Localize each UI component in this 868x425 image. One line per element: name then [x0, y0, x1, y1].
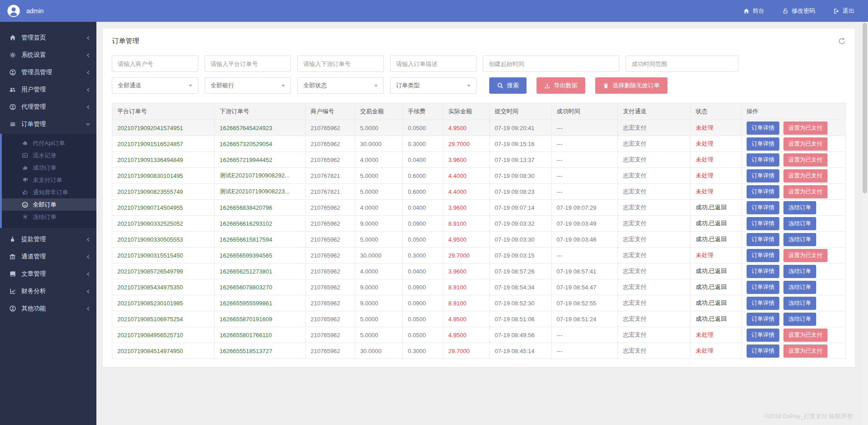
merchant-no-input[interactable] [112, 56, 198, 72]
submenu-item-unpaid-orders[interactable]: 未支付订单 [2, 174, 96, 186]
channel-select[interactable]: 全部通道 [112, 77, 198, 94]
order-detail-button[interactable]: 订单详情 [747, 313, 779, 326]
submenu-item-all-orders[interactable]: 全部订单 [2, 198, 96, 211]
submenu-item-api-orders[interactable]: 代付Api订单 [2, 137, 96, 149]
order-detail-button[interactable]: 订单详情 [747, 153, 779, 167]
fee: 0.3000 [403, 343, 443, 359]
sidebar-item-withdraw-management[interactable]: 提款管理 [0, 231, 96, 248]
pay-channel: 志宏支付 [618, 295, 691, 311]
sidebar-item-agent-management[interactable]: 代理管理 [0, 98, 96, 116]
create-time-input[interactable] [483, 56, 619, 72]
pay-channel: 志宏支付 [618, 216, 691, 232]
set-paid-button[interactable]: 设置为已支付 [783, 121, 828, 135]
actions-cell: 订单详情设置为已支付 [742, 168, 846, 184]
search-button-label: 搜索 [507, 81, 519, 90]
downstream-order-no: 1626655801766110 [215, 327, 306, 343]
export-data-button[interactable]: 导出数据 [537, 77, 585, 94]
pay-channel: 志宏支付 [618, 311, 691, 327]
freeze-order-button[interactable]: 冻结订单 [783, 217, 816, 230]
delete-invalid-orders-button[interactable]: 选择删除无效订单 [595, 77, 667, 94]
success-time: --- [552, 327, 618, 343]
success-time-input[interactable] [626, 56, 738, 72]
order-detail-button[interactable]: 订单详情 [747, 201, 779, 214]
order-status: 成功,已返回 [691, 200, 742, 216]
order-detail-button[interactable]: 订单详情 [747, 281, 779, 294]
platform-order-no-input[interactable] [205, 56, 291, 72]
change-password-link[interactable]: 修改密码 [783, 7, 815, 15]
set-paid-button[interactable]: 设置为已支付 [783, 153, 828, 167]
sidebar-item-admin-management[interactable]: 管理员管理 [0, 64, 96, 81]
status-select[interactable]: 全部状态 [297, 77, 384, 94]
chevron-left-icon [86, 105, 90, 109]
actual-amount: 29.7000 [443, 248, 490, 263]
col-success-time: 成功时间 [552, 103, 618, 120]
freeze-order-button[interactable]: 冻结订单 [783, 313, 816, 326]
submenu-item-label: 成功订单 [33, 164, 56, 172]
order-detail-button[interactable]: 订单详情 [747, 169, 779, 182]
downstream-order-no: 1626657320529054 [215, 136, 306, 152]
sidebar-item-home[interactable]: 管理首页 [0, 29, 96, 46]
order-type-select[interactable]: 订单类型 [390, 77, 477, 94]
actual-amount: 4.9500 [443, 311, 490, 327]
order-desc-input[interactable] [390, 56, 477, 72]
submit-time: 07-19 09:07:14 [490, 200, 552, 216]
freeze-order-button[interactable]: 冻结订单 [783, 265, 816, 278]
freeze-order-button[interactable]: 冻结订单 [783, 297, 816, 310]
fee: 0.0500 [403, 327, 443, 343]
logout-link[interactable]: 退出 [833, 7, 854, 15]
set-paid-button[interactable]: 设置为已支付 [783, 169, 828, 182]
order-detail-button[interactable]: 订单详情 [747, 121, 779, 135]
order-detail-button[interactable]: 订单详情 [747, 217, 779, 230]
downstream-order-no-input[interactable] [297, 56, 384, 72]
order-detail-button[interactable]: 订单详情 [747, 249, 779, 262]
sidebar-item-order-management[interactable]: 订单管理 [0, 116, 96, 133]
sidebar-item-user-management[interactable]: 用户管理 [0, 81, 96, 98]
order-detail-button[interactable]: 订单详情 [747, 265, 779, 278]
frontend-link[interactable]: 前台 [743, 7, 764, 15]
sidebar-item-finance-analysis[interactable]: 财务分析 [0, 283, 96, 300]
sidebar-item-channel-management[interactable]: 通道管理 [0, 248, 96, 265]
fee: 0.3000 [403, 248, 443, 263]
merchant-no: 210765962 [306, 200, 355, 216]
search-button[interactable]: 搜索 [489, 77, 527, 94]
submenu-item-frozen-orders[interactable]: 冻结订单 [2, 211, 96, 223]
set-paid-button[interactable]: 设置为已支付 [783, 137, 828, 151]
trade-amount: 5.0000 [355, 327, 403, 343]
freeze-order-button[interactable]: 冻结订单 [783, 281, 816, 294]
fee: 0.0400 [403, 152, 443, 168]
order-status: 未处理 [691, 343, 742, 359]
set-paid-button[interactable]: 设置为已支付 [783, 344, 828, 358]
chevron-down-icon [86, 122, 90, 126]
set-paid-button[interactable]: 设置为已支付 [783, 329, 828, 342]
sidebar-item-system-settings[interactable]: 系统设置 [0, 46, 96, 64]
snowflake-icon [21, 214, 29, 220]
pay-channel: 志宏支付 [618, 152, 691, 168]
submenu-item-notify-error-orders[interactable]: 通知异常订单 [2, 186, 96, 198]
freeze-order-button[interactable]: 冻结订单 [783, 201, 816, 214]
refresh-icon[interactable] [838, 37, 846, 45]
order-detail-button[interactable]: 订单详情 [747, 233, 779, 246]
order-detail-button[interactable]: 订单详情 [747, 185, 779, 198]
bank-select[interactable]: 全部银行 [205, 77, 291, 94]
order-detail-button[interactable]: 订单详情 [747, 137, 779, 151]
set-paid-button[interactable]: 设置为已支付 [783, 185, 828, 198]
col-merchant-no: 商户编号 [306, 103, 355, 120]
actual-amount: 4.9500 [443, 120, 490, 136]
scrollbar-thumb[interactable] [863, 23, 867, 193]
order-status: 成功,已返回 [691, 295, 742, 311]
sidebar-item-article-management[interactable]: 文章管理 [0, 265, 96, 283]
order-detail-button[interactable]: 订单详情 [747, 329, 779, 342]
sidebar-item-other-functions[interactable]: 其他功能 [0, 300, 96, 317]
page-scrollbar[interactable] [862, 22, 868, 425]
fee: 0.6000 [403, 184, 443, 200]
submenu-item-flow-records[interactable]: 流水记录 [2, 149, 96, 162]
order-detail-button[interactable]: 订单详情 [747, 344, 779, 358]
fee: 0.0400 [403, 200, 443, 216]
set-paid-button[interactable]: 设置为已支付 [783, 249, 828, 262]
submenu-item-success-orders[interactable]: 成功订单 [2, 162, 96, 174]
pay-channel: 志宏支付 [618, 200, 691, 216]
order-detail-button[interactable]: 订单详情 [747, 297, 779, 310]
orders-table-wrap: 平台订单号 下游订单号 商户编号 交易金额 手续费 实际金额 提交时间 成功时间… [112, 103, 846, 359]
user-avatar-icon[interactable] [7, 4, 20, 18]
freeze-order-button[interactable]: 冻结订单 [783, 233, 816, 246]
